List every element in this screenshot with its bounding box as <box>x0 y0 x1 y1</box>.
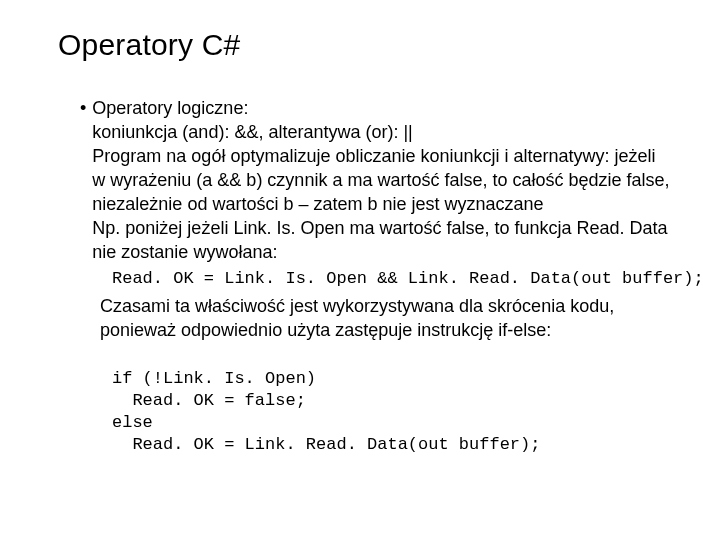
bullet-item: • Operatory logiczne: koniunkcja (and): … <box>80 96 670 264</box>
text-line: Np. poniżej jeżeli Link. Is. Open ma war… <box>92 216 670 264</box>
text-line: koniunkcja (and): &&, alterantywa (or): … <box>92 120 670 144</box>
slide: Operatory C# • Operatory logiczne: koniu… <box>0 0 720 540</box>
code-block: if (!Link. Is. Open) Read. OK = false; e… <box>80 346 670 456</box>
code-line: if (!Link. Is. Open) <box>112 369 316 388</box>
slide-content: • Operatory logiczne: koniunkcja (and): … <box>58 96 670 456</box>
slide-title: Operatory C# <box>58 28 670 62</box>
code-block: Read. OK = Link. Is. Open && Link. Read.… <box>80 268 670 290</box>
code-line: Read. OK = false; <box>112 391 306 410</box>
text-line: Czasami ta właściwość jest wykorzystywan… <box>80 294 670 342</box>
bullet-header: Operatory logiczne: <box>92 96 670 120</box>
text-line: Program na ogół optymalizuje obliczanie … <box>92 144 670 216</box>
code-line: Read. OK = Link. Read. Data(out buffer); <box>112 435 540 454</box>
bullet-marker: • <box>80 96 86 120</box>
bullet-body: Operatory logiczne: koniunkcja (and): &&… <box>92 96 670 264</box>
code-line: else <box>112 413 153 432</box>
